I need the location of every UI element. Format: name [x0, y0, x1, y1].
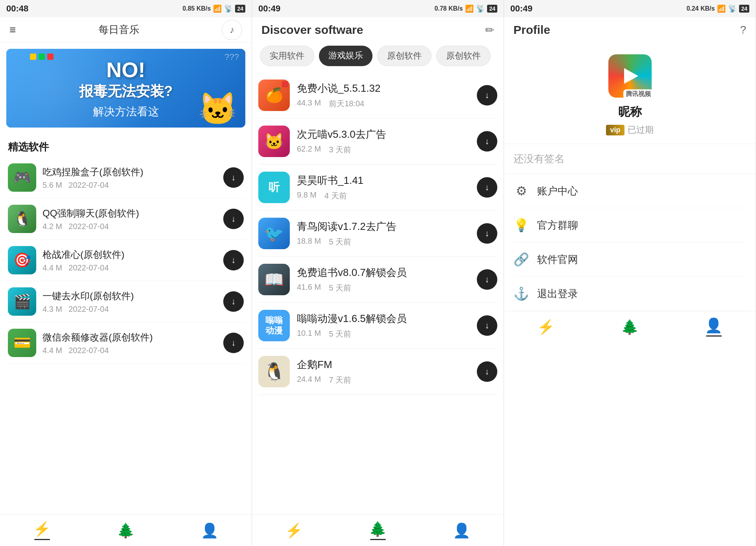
- no-signature-text: 还没有签名: [504, 144, 756, 174]
- download-arrow-icon-5: ↓: [232, 338, 236, 348]
- menu-item-account[interactable]: ⚙ 账户中心: [513, 174, 746, 208]
- list-item[interactable]: 🐧 QQ强制聊天(原创软件) 4.2 M 2022-07-04 ↓: [5, 198, 247, 240]
- discover-app-name-3: 昊昊听书_1.41: [297, 174, 470, 187]
- menu-icon-music[interactable]: ≡: [9, 24, 16, 36]
- bottom-nav-profile: ⚡ 🌲 👤: [504, 311, 756, 342]
- discover-download-btn-5[interactable]: ↓: [477, 269, 497, 290]
- app-icon-2: 🐧: [8, 205, 36, 233]
- discover-download-btn-1[interactable]: ↓: [477, 85, 497, 105]
- list-item[interactable]: 📖 免费追书v8.0.7解锁会员 41.6 M 5 天前 ↓: [258, 257, 497, 303]
- nav-flash-profile[interactable]: ⚡: [529, 316, 563, 339]
- nav-flash-discover[interactable]: ⚡: [277, 519, 311, 542]
- discover-app-meta-7: 24.4 M 7 天前: [297, 375, 470, 385]
- download-button-3[interactable]: ↓: [223, 250, 244, 270]
- tab-chip-original-1[interactable]: 原创软件: [377, 46, 432, 66]
- discover-app-meta-5: 41.6 M 5 天前: [297, 283, 470, 293]
- download-button-4[interactable]: ↓: [223, 291, 244, 312]
- discover-download-arrow-2: ↓: [485, 136, 489, 146]
- discover-app-date-6: 5 天前: [329, 329, 351, 339]
- profile-menu-list: ⚙ 账户中心 💡 官方群聊 🔗 软件官网 ⚓ 退出登录: [504, 174, 756, 311]
- app-icon-1: 🎮: [8, 163, 36, 192]
- tab-chip-original-2[interactable]: 原创软件: [436, 46, 491, 66]
- download-button-2[interactable]: ↓: [223, 209, 244, 229]
- discover-list: 🍊 免费小说_5.5.1.32 44.3 M 前天18:04 ↓ 🐱 次元喵v5…: [252, 72, 504, 515]
- discover-app-date-5: 5 天前: [329, 283, 351, 293]
- flash-icon-music: ⚡: [33, 521, 51, 537]
- nav-user-profile[interactable]: 👤: [697, 314, 730, 340]
- network-speed-music: 0.85 KB/s: [182, 5, 211, 12]
- list-item[interactable]: 🐱 次元喵v5.3.0去广告 62.2 M 3 天前 ↓: [258, 118, 497, 165]
- app-date-4: 2022-07-04: [69, 305, 109, 314]
- vip-status: 已过期: [628, 124, 654, 136]
- discover-download-btn-7[interactable]: ↓: [477, 361, 497, 382]
- list-item[interactable]: 💳 微信余额修改器(原创软件) 4.4 M 2022-07-04 ↓: [5, 322, 247, 364]
- account-center-label: 账户中心: [537, 184, 578, 198]
- app-date-3: 2022-07-04: [69, 263, 109, 272]
- user-icon-discover: 👤: [453, 522, 471, 539]
- app-date-1: 2022-07-04: [69, 181, 109, 190]
- tree-icon-music: 🌲: [117, 522, 135, 539]
- music-note-icon: ♪: [230, 24, 234, 35]
- discover-download-btn-3[interactable]: ↓: [477, 177, 497, 198]
- status-time-music: 00:48: [6, 4, 28, 14]
- discover-app-name-6: 嗡嗡动漫v1.6.5解锁会员: [297, 312, 470, 326]
- list-item[interactable]: 🎮 吃鸡捏脸盒子(原创软件) 5.6 M 2022-07-04 ↓: [5, 157, 247, 198]
- tab-chip-practical[interactable]: 实用软件: [260, 46, 314, 66]
- discover-app-meta-6: 10.1 M 5 天前: [297, 329, 470, 339]
- discover-panel: 00:49 0.78 KB/s 📶 📡 24 Discover software…: [252, 0, 504, 546]
- download-button-5[interactable]: ↓: [223, 333, 244, 353]
- list-item[interactable]: 听 昊昊听书_1.41 9.8 M 4 天前 ↓: [258, 165, 497, 211]
- discover-app-date-2: 3 天前: [329, 144, 351, 155]
- nav-tree-profile[interactable]: 🌲: [613, 316, 647, 339]
- list-item[interactable]: 🍊 免费小说_5.5.1.32 44.3 M 前天18:04 ↓: [258, 72, 497, 118]
- download-arrow-icon-4: ↓: [232, 296, 236, 307]
- profile-nickname: 昵称: [618, 104, 642, 120]
- app-meta-4: 4.3 M 2022-07-04: [43, 305, 217, 314]
- discover-download-btn-4[interactable]: ↓: [477, 223, 497, 244]
- banner-cat-emoji: 🐱: [198, 91, 237, 128]
- menu-item-logout[interactable]: ⚓ 退出登录: [513, 277, 746, 311]
- discover-app-date-3: 4 天前: [324, 191, 347, 201]
- nav-tree-discover[interactable]: 🌲: [361, 518, 395, 543]
- nav-user-discover[interactable]: 👤: [445, 519, 478, 542]
- list-item[interactable]: 嗡嗡动漫 嗡嗡动漫v1.6.5解锁会员 10.1 M 5 天前 ↓: [258, 303, 497, 349]
- discover-app-meta-1: 44.3 M 前天18:04: [297, 98, 470, 109]
- tab-chip-games[interactable]: 游戏娱乐: [319, 46, 372, 66]
- discover-app-info-3: 昊昊听书_1.41 9.8 M 4 天前: [297, 174, 470, 201]
- app-info-2: QQ强制聊天(原创软件) 4.2 M 2022-07-04: [43, 207, 217, 231]
- menu-item-website[interactable]: 🔗 软件官网: [513, 242, 746, 277]
- discover-app-icon-5: 📖: [258, 264, 290, 295]
- nav-flash-music[interactable]: ⚡: [25, 518, 59, 543]
- discover-app-date-7: 7 天前: [329, 375, 351, 385]
- nav-user-music[interactable]: 👤: [193, 519, 226, 542]
- nav-tree-music[interactable]: 🌲: [109, 519, 143, 542]
- list-item[interactable]: 🎯 枪战准心(原创软件) 4.4 M 2022-07-04 ↓: [5, 240, 247, 281]
- edit-icon-discover[interactable]: ✏: [485, 24, 494, 37]
- discover-app-name-4: 青鸟阅读v1.7.2去广告: [297, 220, 470, 233]
- website-icon: 🔗: [513, 252, 529, 267]
- discover-download-arrow-7: ↓: [485, 366, 489, 377]
- section-title-featured: 精选软件: [0, 134, 252, 157]
- vip-badge: vip 已过期: [606, 124, 653, 136]
- music-play-button[interactable]: ♪: [222, 20, 242, 40]
- banner-no-text: NO!: [106, 57, 145, 82]
- list-item[interactable]: 🎬 一键去水印(原创软件) 4.3 M 2022-07-04 ↓: [5, 281, 247, 322]
- wifi-icon-music: 📶: [213, 4, 222, 13]
- status-icons-profile: 0.24 KB/s 📶 📡 24: [686, 4, 749, 13]
- discover-app-icon-2: 🐱: [258, 126, 290, 157]
- app-meta-5: 4.4 M 2022-07-04: [43, 346, 217, 355]
- banner-area[interactable]: NO! 报毒无法安装? 解决方法看这 🐱 ???: [6, 49, 245, 128]
- list-item[interactable]: 🐧 企鹅FM 24.4 M 7 天前 ↓: [258, 349, 497, 395]
- discover-download-btn-2[interactable]: ↓: [477, 131, 497, 152]
- discover-download-arrow-4: ↓: [485, 228, 489, 239]
- discover-download-arrow-1: ↓: [485, 90, 489, 100]
- menu-item-group[interactable]: 💡 官方群聊: [513, 208, 746, 242]
- discover-app-size-7: 24.4 M: [297, 375, 321, 385]
- download-button-1[interactable]: ↓: [223, 167, 244, 188]
- discover-download-btn-6[interactable]: ↓: [477, 315, 497, 336]
- help-icon-profile[interactable]: ?: [740, 24, 746, 36]
- app-name-1: 吃鸡捏脸盒子(原创软件): [43, 166, 217, 178]
- discover-download-arrow-3: ↓: [485, 182, 489, 192]
- list-item[interactable]: 🐦 青鸟阅读v1.7.2去广告 18.8 M 5 天前 ↓: [258, 211, 497, 257]
- download-arrow-icon-1: ↓: [232, 172, 236, 183]
